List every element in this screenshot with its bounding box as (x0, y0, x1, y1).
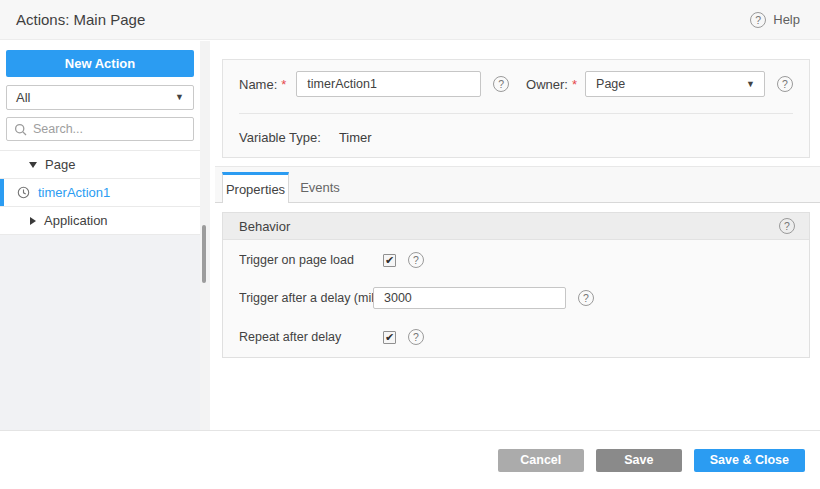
tree-node-timeraction1[interactable]: timerAction1 (0, 179, 200, 207)
search-icon (14, 123, 27, 136)
name-owner-panel: Name: * ? Owner: * Page ▼ ? Variable Typ… (222, 59, 810, 158)
save-button[interactable]: Save (596, 449, 682, 472)
actions-dialog: Actions: Main Page ? Help New Action All… (0, 0, 820, 489)
repeat-after-delay-help-icon[interactable]: ? (408, 329, 424, 345)
save-and-close-button[interactable]: Save & Close (694, 449, 805, 472)
caret-right-icon (30, 217, 36, 225)
tree-node-label: Application (44, 213, 108, 228)
trigger-delay-help-icon[interactable]: ? (578, 290, 594, 306)
behavior-section: Behavior ? Trigger on page load ✔ ? Trig… (222, 212, 810, 358)
sidebar-filler (0, 235, 200, 430)
tab-properties[interactable]: Properties (222, 172, 289, 203)
name-owner-row: Name: * ? Owner: * Page ▼ ? (239, 71, 793, 97)
trigger-on-page-load-checkbox[interactable]: ✔ (383, 254, 396, 267)
trigger-on-page-load-row: Trigger on page load ✔ ? (239, 252, 795, 268)
tree-node-label: Page (45, 157, 75, 172)
chevron-down-icon: ▼ (175, 93, 184, 102)
variable-type-label: Variable Type: (239, 130, 321, 145)
new-action-button[interactable]: New Action (6, 50, 194, 77)
required-asterisk: * (572, 77, 577, 92)
clock-icon (17, 186, 30, 199)
repeat-after-delay-row: Repeat after delay ✔ ? (239, 329, 795, 345)
trigger-delay-label: Trigger after a delay (millisec... (239, 291, 373, 305)
footer: Cancel Save Save & Close (0, 430, 820, 489)
trigger-delay-row: Trigger after a delay (millisec... ? (239, 287, 795, 309)
owner-label: Owner: (526, 77, 568, 92)
variable-type-row: Variable Type: Timer (239, 122, 372, 152)
help-label: Help (773, 12, 800, 27)
caret-down-icon (29, 162, 37, 168)
owner-help-icon[interactable]: ? (777, 76, 793, 92)
search-input[interactable] (33, 122, 186, 136)
panel-divider (239, 113, 793, 114)
behavior-title: Behavior (239, 219, 290, 234)
help-button[interactable]: ? Help (750, 12, 800, 28)
required-asterisk: * (281, 77, 286, 92)
trigger-on-page-load-help-icon[interactable]: ? (408, 252, 424, 268)
tree-node-label: timerAction1 (38, 185, 110, 200)
tabstrip: Properties Events (215, 166, 820, 203)
search-box (6, 117, 194, 141)
help-icon: ? (750, 12, 766, 28)
name-input[interactable] (296, 71, 481, 97)
action-tree: Page timerAction1 Application (0, 150, 200, 235)
dialog-header: Actions: Main Page ? Help (0, 0, 820, 40)
behavior-help-icon[interactable]: ? (779, 218, 795, 234)
scrollbar-thumb[interactable] (202, 225, 206, 283)
cancel-button[interactable]: Cancel (498, 449, 584, 472)
tab-events[interactable]: Events (289, 172, 351, 202)
filter-value: All (16, 90, 30, 105)
trigger-delay-input[interactable] (373, 287, 566, 309)
owner-select[interactable]: Page ▼ (585, 71, 765, 97)
owner-value: Page (596, 77, 625, 91)
filter-select[interactable]: All ▼ (6, 85, 194, 110)
variable-type-value: Timer (339, 130, 372, 145)
behavior-header: Behavior ? (223, 213, 809, 240)
tree-node-application[interactable]: Application (0, 207, 200, 235)
tree-node-page[interactable]: Page (0, 151, 200, 179)
chevron-down-icon: ▼ (746, 80, 755, 89)
scrollbar-track[interactable] (200, 41, 210, 430)
sidebar: New Action All ▼ Page timerAction1 (0, 41, 200, 430)
repeat-after-delay-checkbox[interactable]: ✔ (383, 331, 396, 344)
repeat-after-delay-label: Repeat after delay (239, 330, 373, 344)
trigger-on-page-load-label: Trigger on page load (239, 253, 373, 267)
page-title: Actions: Main Page (16, 11, 145, 28)
name-help-icon[interactable]: ? (493, 76, 509, 92)
name-label: Name: (239, 77, 277, 92)
